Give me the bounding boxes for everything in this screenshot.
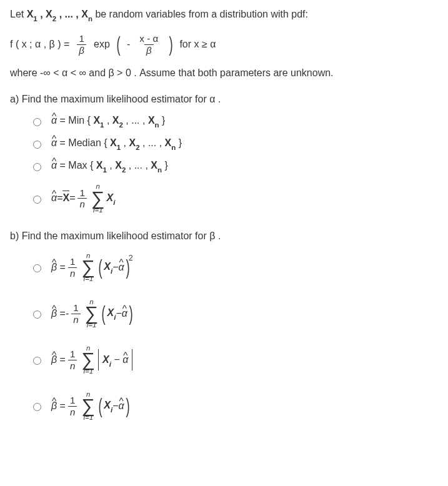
expr-b1: β = 1 n n ∑ i=1 ( Xi − α ) 2 xyxy=(51,252,133,283)
radio-b3[interactable] xyxy=(33,357,41,365)
radio-b1[interactable] xyxy=(33,264,41,272)
expr-b3: β = 1 n n ∑ i=1 Xi − α xyxy=(51,345,134,375)
expr-a3: α = Max { X1 , X2 , ... , Xn } xyxy=(51,159,168,174)
radio-b2[interactable] xyxy=(33,310,41,319)
option-a2: α = Median { X1 , X2 , ... , Xn } xyxy=(30,134,438,153)
intro-prefix: Let xyxy=(10,9,27,19)
radio-a2[interactable] xyxy=(33,141,41,149)
radio-a4[interactable] xyxy=(33,196,41,204)
pdf-line: f ( x ; α , β ) = 1 β exp ( - x - α β ) … xyxy=(10,34,438,55)
for-x: for x ≥ α xyxy=(179,37,216,51)
intro-vars: X1 , X2 , ... , Xn xyxy=(27,9,92,19)
neg: - xyxy=(127,37,130,51)
intro-line: Let X1 , X2 , ... , Xn be random variabl… xyxy=(10,7,438,22)
frac-1-n: 1 n xyxy=(77,188,86,209)
radio-a3[interactable] xyxy=(33,163,41,171)
intro-suffix: be random variables from a distribution … xyxy=(95,9,308,19)
frac-xma-over-b: x - α β xyxy=(137,34,160,54)
option-b3: β = 1 n n ∑ i=1 Xi − α xyxy=(30,340,438,379)
rparen: ) xyxy=(169,34,173,55)
expr-a1: α = Min { X1 , X2 , ... , Xn } xyxy=(51,114,165,129)
option-b4: β = 1 n n ∑ i=1 ( Xi − α ) xyxy=(30,387,438,425)
expr-b4: β = 1 n n ∑ i=1 ( Xi − α ) xyxy=(51,391,131,422)
f-left: f ( x ; α , β ) = xyxy=(10,37,69,51)
radio-b4[interactable] xyxy=(33,403,41,411)
expr-a4: α = X = 1 n n ∑ i=1 Xi xyxy=(51,183,115,214)
lparen: ( xyxy=(116,34,120,55)
option-b1: β = 1 n n ∑ i=1 ( Xi − α ) 2 xyxy=(30,248,438,287)
where-line: where -∞ < α < ∞ and β > 0 . Assume that… xyxy=(10,66,438,80)
option-a4: α = X = 1 n n ∑ i=1 Xi xyxy=(30,179,438,218)
radio-a1[interactable] xyxy=(33,118,41,126)
option-a3: α = Max { X1 , X2 , ... , Xn } xyxy=(30,157,438,176)
question-b: b) Find the maximum likelihood estimator… xyxy=(10,229,438,243)
frac-one-over-beta: 1 β xyxy=(77,34,86,54)
option-b2: β = - 1 n n ∑ i=1 ( Xi − α ) xyxy=(30,294,438,333)
question-a: a) Find the maximum likelihood estimator… xyxy=(10,92,438,106)
sum-a4: n ∑ i=1 xyxy=(91,183,105,214)
exp-text: exp xyxy=(94,37,110,51)
expr-a2: α = Median { X1 , X2 , ... , Xn } xyxy=(51,136,182,151)
expr-b2: β = - 1 n n ∑ i=1 ( Xi − α ) xyxy=(51,299,134,329)
option-a1: α = Min { X1 , X2 , ... , Xn } xyxy=(30,112,438,131)
